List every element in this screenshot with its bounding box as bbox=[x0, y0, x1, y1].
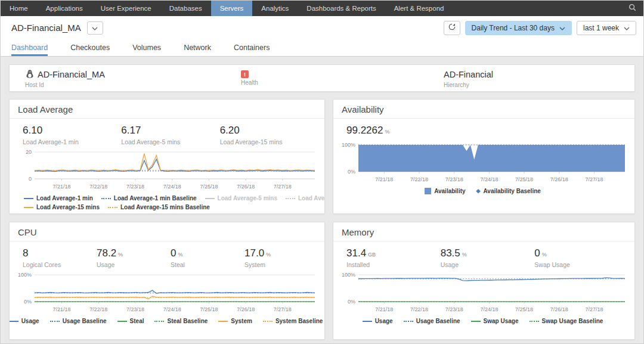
legend-item-system-baseline[interactable]: System Baseline bbox=[263, 317, 323, 326]
toolbar: AD-Financial_MA Daily Trend - Last 30 da… bbox=[1, 16, 643, 39]
memory-legend: UsageUsage BaselineSwap UsageSwap Usage … bbox=[336, 317, 630, 326]
svg-text:7/24/18: 7/24/18 bbox=[163, 184, 181, 190]
svg-text:7/25/18: 7/25/18 bbox=[200, 306, 218, 312]
dash-swatch-icon bbox=[404, 321, 413, 322]
memory-chart[interactable]: 100%0%7/21/187/22/187/23/187/24/187/25/1… bbox=[336, 271, 630, 314]
legend-label: Availability bbox=[434, 187, 465, 196]
availability-chart[interactable]: 100%0%7/21/187/22/187/23/187/24/187/25/1… bbox=[336, 141, 630, 184]
linux-host-icon bbox=[25, 69, 35, 80]
host-id-value: AD-Financial_MA bbox=[38, 70, 105, 79]
panel-grid: Load Average 6.10 Load Average-1 min 6.1… bbox=[9, 99, 635, 340]
legend-item-steal-baseline[interactable]: Steal Baseline bbox=[154, 317, 208, 326]
stat-swap-usage: 0% Swap Usage bbox=[534, 247, 628, 268]
cpu-chart-area[interactable]: 100%0%7/21/187/22/187/23/187/24/187/25/1… bbox=[10, 269, 324, 326]
svg-text:7/25/18: 7/25/18 bbox=[200, 184, 218, 190]
legend-item-usage-baseline[interactable]: Usage Baseline bbox=[404, 317, 460, 326]
square-swatch-icon bbox=[425, 188, 431, 194]
tab-checkoutes[interactable]: Checkoutes bbox=[70, 39, 110, 56]
svg-text:7/24/18: 7/24/18 bbox=[163, 306, 181, 312]
panel-cpu: CPU 8 Logical Cores 78.2% Usage 0% Steal… bbox=[9, 222, 325, 340]
availability-chart-area[interactable]: 100%0%7/21/187/22/187/23/187/24/187/25/1… bbox=[333, 140, 634, 196]
legend-item-usage[interactable]: Usage bbox=[9, 317, 39, 326]
load_average-legend: Load Average-1 minLoad Average-1 min Bas… bbox=[12, 194, 320, 212]
legend-label: Load Average-1 min bbox=[36, 194, 93, 203]
legend-label: Availability Baseline bbox=[484, 187, 541, 196]
legend-item-steal[interactable]: Steal bbox=[117, 317, 144, 326]
stat-unit: GB bbox=[368, 252, 376, 258]
time-range-select[interactable]: last 1 week bbox=[577, 21, 636, 35]
dash-swatch-icon bbox=[530, 321, 539, 322]
tab-network[interactable]: Network bbox=[184, 39, 211, 56]
stat-cpu-system: 17.0% System bbox=[244, 247, 318, 268]
svg-text:7/21/18: 7/21/18 bbox=[53, 306, 71, 312]
legend-item-load-average-1-min[interactable]: Load Average-1 min bbox=[24, 194, 93, 203]
legend-label: Swap Usage Baseline bbox=[542, 317, 603, 326]
legend-item-load-average-15-mins-baseline[interactable]: Load Average-15 mins Baseline bbox=[108, 203, 210, 212]
load-average-chart-area[interactable]: 2007/21/187/22/187/23/187/24/187/25/187/… bbox=[10, 147, 324, 212]
stat-load-5min: 6.17 Load Average-5 mins bbox=[121, 125, 219, 145]
legend-item-usage[interactable]: Usage bbox=[363, 317, 393, 326]
stat-label: Steal bbox=[171, 261, 244, 268]
legend-item-load-average-5-mins-baseline[interactable]: Load Average-5 mins Baseline bbox=[286, 194, 325, 203]
legend-item-load-average-5-mins[interactable]: Load Average-5 mins bbox=[205, 194, 277, 203]
dash-swatch-icon bbox=[286, 198, 295, 199]
nav-item-home[interactable]: Home bbox=[1, 1, 37, 16]
host-selector-dropdown[interactable] bbox=[87, 21, 103, 35]
legend-item-load-average-1-min-baseline[interactable]: Load Average-1 min Baseline bbox=[101, 194, 197, 203]
hierarchy-column: AD-Financial Hierarchy bbox=[444, 69, 493, 88]
stat-cpu-usage: 78.2% Usage bbox=[97, 247, 171, 268]
nav-item-dashboards-reports[interactable]: Dashboards & Reports bbox=[298, 1, 385, 16]
tab-containers[interactable]: Containers bbox=[234, 39, 270, 56]
svg-text:100%: 100% bbox=[18, 272, 32, 278]
legend-item-availability[interactable]: Availability bbox=[425, 187, 465, 196]
nav-item-analytics[interactable]: Analytics bbox=[252, 1, 298, 16]
stat-mem-usage: 83.5% Usage bbox=[441, 247, 535, 268]
nav-item-servers[interactable]: Servers bbox=[211, 1, 253, 16]
memory-chart-area[interactable]: 100%0%7/21/187/22/187/23/187/24/187/25/1… bbox=[333, 269, 634, 326]
stat-label: Logical Cores bbox=[23, 261, 97, 268]
svg-text:7/22/18: 7/22/18 bbox=[410, 306, 428, 312]
panel-title-cpu: CPU bbox=[10, 222, 324, 241]
panel-title-memory: Memory bbox=[333, 222, 634, 241]
svg-text:100%: 100% bbox=[342, 272, 355, 278]
nav-item-databases[interactable]: Databases bbox=[160, 1, 211, 16]
dash-swatch-icon bbox=[50, 321, 60, 322]
legend-item-swap-usage[interactable]: Swap Usage bbox=[471, 317, 519, 326]
legend-item-availability-baseline[interactable]: ◆Availability Baseline bbox=[476, 187, 541, 196]
legend-item-load-average-15-mins[interactable]: Load Average-15 mins bbox=[24, 203, 100, 212]
svg-text:0%: 0% bbox=[348, 299, 355, 305]
trend-select[interactable]: Daily Trend - Last 30 days bbox=[465, 21, 572, 35]
hierarchy-label: Hierarchy bbox=[444, 82, 493, 88]
svg-text:7/21/18: 7/21/18 bbox=[53, 184, 71, 190]
nav-item-alert-respond[interactable]: Alert & Respond bbox=[385, 1, 453, 16]
tab-volumes[interactable]: Volumes bbox=[132, 39, 161, 56]
cpu-chart[interactable]: 100%0%7/21/187/22/187/23/187/24/187/25/1… bbox=[12, 271, 320, 314]
host-id-column: AD-Financial_MA Host Id bbox=[25, 69, 105, 88]
cpu-legend: UsageUsage BaselineStealSteal BaselineSy… bbox=[12, 317, 320, 326]
stat-label: Installed bbox=[346, 261, 441, 268]
stat-value: 78.2 bbox=[97, 247, 116, 259]
refresh-button[interactable] bbox=[444, 21, 460, 35]
legend-item-system[interactable]: System bbox=[218, 317, 252, 326]
health-critical-icon[interactable]: ! bbox=[241, 70, 249, 78]
legend-label: Usage Baseline bbox=[416, 317, 460, 326]
line-swatch-icon bbox=[24, 207, 33, 208]
host-id-label: Host Id bbox=[25, 82, 105, 88]
nav-item-user-experience[interactable]: User Experience bbox=[92, 1, 160, 16]
nav-spacer bbox=[453, 1, 621, 16]
load_average-chart[interactable]: 2007/21/187/22/187/23/187/24/187/25/187/… bbox=[12, 148, 320, 191]
dash-swatch-icon bbox=[154, 321, 164, 322]
legend-label: Usage Baseline bbox=[63, 317, 107, 326]
legend-label: Load Average-15 mins bbox=[36, 203, 100, 212]
search-button[interactable] bbox=[621, 1, 643, 16]
svg-text:7/26/18: 7/26/18 bbox=[237, 306, 255, 312]
svg-text:0%: 0% bbox=[348, 169, 355, 175]
legend-item-usage-baseline[interactable]: Usage Baseline bbox=[50, 317, 107, 326]
nav-item-applications[interactable]: Applications bbox=[37, 1, 92, 16]
stat-value: 99.2262 bbox=[346, 125, 383, 136]
legend-item-swap-usage-baseline[interactable]: Swap Usage Baseline bbox=[530, 317, 603, 326]
stat-unit: % bbox=[178, 252, 182, 258]
svg-text:7/24/18: 7/24/18 bbox=[480, 306, 498, 312]
legend-label: Load Average-5 mins bbox=[218, 194, 277, 203]
tab-dashboard[interactable]: Dashboard bbox=[11, 39, 48, 56]
